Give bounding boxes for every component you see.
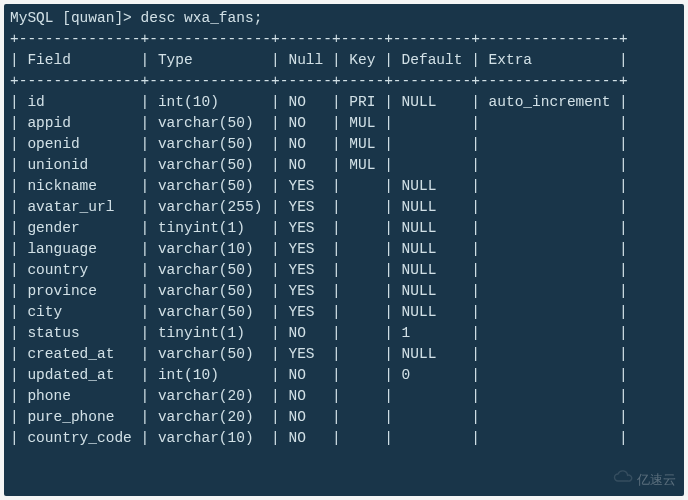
header-field: Field <box>27 50 140 71</box>
cell-key <box>349 260 384 281</box>
cell-default: NULL <box>402 197 472 218</box>
cell-null: NO <box>288 365 332 386</box>
cell-extra <box>489 281 620 302</box>
header-key: Key <box>349 50 384 71</box>
cell-field: created_at <box>27 344 140 365</box>
table-row: | country_code| varchar(10)| NO| | | | <box>10 428 678 449</box>
cell-extra <box>489 197 620 218</box>
cell-field: updated_at <box>27 365 140 386</box>
table-row: | appid| varchar(50)| NO| MUL| | | <box>10 113 678 134</box>
cell-field: city <box>27 302 140 323</box>
cell-field: status <box>27 323 140 344</box>
cell-extra <box>489 260 620 281</box>
cell-default: 0 <box>402 365 472 386</box>
table-row: | pure_phone| varchar(20)| NO| | | | <box>10 407 678 428</box>
cell-field: avatar_url <box>27 197 140 218</box>
cell-key <box>349 365 384 386</box>
cell-extra <box>489 365 620 386</box>
header-null: Null <box>288 50 332 71</box>
cell-key <box>349 323 384 344</box>
cell-type: tinyint(1) <box>158 218 271 239</box>
table-row: | id| int(10)| NO| PRI| NULL| auto_incre… <box>10 92 678 113</box>
cell-type: varchar(50) <box>158 176 271 197</box>
prompt-prefix: MySQL [quwan]> <box>10 10 141 26</box>
watermark: 亿速云 <box>613 470 676 490</box>
cell-key <box>349 281 384 302</box>
table-row: | gender| tinyint(1)| YES| | NULL| | <box>10 218 678 239</box>
cell-extra <box>489 344 620 365</box>
divider-top: +--------------+--------------+------+--… <box>10 29 678 50</box>
cell-key <box>349 239 384 260</box>
prompt-line: MySQL [quwan]> desc wxa_fans; <box>10 8 678 29</box>
header-default: Default <box>402 50 472 71</box>
cell-default: 1 <box>402 323 472 344</box>
cell-default: NULL <box>402 176 472 197</box>
table-row: | created_at| varchar(50)| YES| | NULL| … <box>10 344 678 365</box>
cell-extra <box>489 428 620 449</box>
table-row: | nickname| varchar(50)| YES| | NULL| | <box>10 176 678 197</box>
cell-extra <box>489 323 620 344</box>
cell-field: province <box>27 281 140 302</box>
cell-default <box>402 134 472 155</box>
cell-null: YES <box>288 176 332 197</box>
cell-default: NULL <box>402 260 472 281</box>
cell-field: appid <box>27 113 140 134</box>
cell-type: tinyint(1) <box>158 323 271 344</box>
cell-type: varchar(20) <box>158 386 271 407</box>
sql-command: desc wxa_fans; <box>141 10 263 26</box>
cell-type: varchar(50) <box>158 113 271 134</box>
cell-default: NULL <box>402 302 472 323</box>
table-row: | country| varchar(50)| YES| | NULL| | <box>10 260 678 281</box>
cell-type: int(10) <box>158 92 271 113</box>
table-row: | city| varchar(50)| YES| | NULL| | <box>10 302 678 323</box>
cell-field: phone <box>27 386 140 407</box>
cell-null: YES <box>288 302 332 323</box>
cell-field: country <box>27 260 140 281</box>
cell-key <box>349 197 384 218</box>
cell-key: PRI <box>349 92 384 113</box>
cell-null: NO <box>288 134 332 155</box>
cell-field: nickname <box>27 176 140 197</box>
cell-extra <box>489 239 620 260</box>
cell-key <box>349 302 384 323</box>
cell-key <box>349 407 384 428</box>
table-row: | unionid| varchar(50)| NO| MUL| | | <box>10 155 678 176</box>
cell-type: varchar(50) <box>158 281 271 302</box>
table-row: | avatar_url| varchar(255)| YES| | NULL|… <box>10 197 678 218</box>
cell-default <box>402 113 472 134</box>
cell-null: YES <box>288 344 332 365</box>
cell-null: YES <box>288 197 332 218</box>
cell-null: NO <box>288 386 332 407</box>
cell-type: varchar(10) <box>158 428 271 449</box>
cell-extra <box>489 113 620 134</box>
cell-field: language <box>27 239 140 260</box>
cell-extra <box>489 176 620 197</box>
cell-extra <box>489 407 620 428</box>
cell-field: pure_phone <box>27 407 140 428</box>
header-type: Type <box>158 50 271 71</box>
cell-key <box>349 386 384 407</box>
cell-null: NO <box>288 155 332 176</box>
cell-extra <box>489 218 620 239</box>
cell-type: varchar(50) <box>158 344 271 365</box>
cell-default: NULL <box>402 92 472 113</box>
cell-type: varchar(50) <box>158 302 271 323</box>
cell-null: YES <box>288 239 332 260</box>
cell-default: NULL <box>402 239 472 260</box>
cell-type: varchar(50) <box>158 260 271 281</box>
header-extra: Extra <box>489 50 620 71</box>
cell-default <box>402 407 472 428</box>
cell-field: country_code <box>27 428 140 449</box>
table-row: | province| varchar(50)| YES| | NULL| | <box>10 281 678 302</box>
cell-null: NO <box>288 428 332 449</box>
cell-field: gender <box>27 218 140 239</box>
cell-key: MUL <box>349 113 384 134</box>
cell-default <box>402 428 472 449</box>
cell-type: varchar(50) <box>158 134 271 155</box>
cell-null: NO <box>288 323 332 344</box>
cell-key <box>349 344 384 365</box>
divider-header: +--------------+--------------+------+--… <box>10 71 678 92</box>
cell-field: openid <box>27 134 140 155</box>
cell-null: NO <box>288 113 332 134</box>
cell-field: unionid <box>27 155 140 176</box>
